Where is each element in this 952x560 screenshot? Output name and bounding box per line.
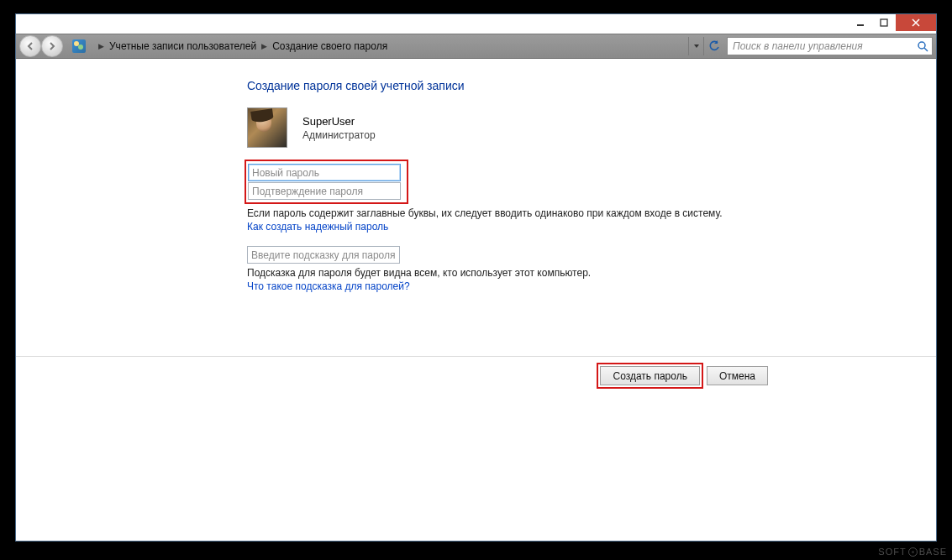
svg-line-3 (924, 48, 928, 51)
navigation-toolbar: ▶ Учетные записи пользователей ▶ Создани… (16, 34, 936, 59)
confirm-password-input[interactable] (248, 182, 401, 200)
svg-rect-0 (857, 24, 864, 26)
user-accounts-icon (71, 39, 87, 54)
forward-button[interactable] (41, 35, 63, 57)
password-hint-input[interactable] (247, 246, 400, 264)
watermark-left: SOFT (878, 547, 906, 557)
watermark-right: BASE (919, 547, 947, 557)
new-password-input[interactable] (248, 164, 401, 181)
svg-rect-1 (881, 19, 887, 26)
footer-buttons: Создать пароль Отмена (600, 366, 768, 385)
user-info: SuperUser Администратор (247, 107, 936, 148)
avatar (247, 107, 287, 148)
chevron-right-icon: ▶ (98, 42, 104, 50)
breadcrumb-dropdown[interactable] (688, 37, 703, 55)
close-button[interactable] (896, 14, 936, 31)
user-name-label: SuperUser (302, 115, 376, 128)
user-role-label: Администратор (302, 129, 376, 141)
caps-note: Если пароль содержит заглавные буквы, их… (247, 207, 751, 219)
search-box[interactable] (727, 37, 933, 55)
breadcrumb-item-accounts[interactable]: Учетные записи пользователей (109, 40, 256, 52)
refresh-button[interactable] (703, 37, 723, 55)
breadcrumb-item-create-password[interactable]: Создание своего пароля (272, 40, 387, 52)
minimize-button[interactable] (849, 14, 872, 31)
back-button[interactable] (19, 35, 41, 57)
content-area: Создание пароля своей учетной записи Sup… (16, 59, 936, 542)
watermark: SOFTBASE (878, 547, 947, 557)
search-input[interactable] (731, 39, 917, 53)
hint-note: Подсказка для пароля будет видна всем, к… (247, 267, 751, 279)
password-fields-highlight (245, 160, 408, 204)
create-password-button[interactable]: Создать пароль (600, 366, 699, 385)
search-icon[interactable] (917, 40, 928, 52)
strong-password-link[interactable]: Как создать надежный пароль (247, 221, 936, 233)
hint-help-link[interactable]: Что такое подсказка для паролей? (247, 280, 936, 292)
breadcrumb[interactable]: ▶ Учетные записи пользователей ▶ Создани… (90, 37, 688, 55)
separator (16, 356, 936, 357)
watermark-logo-icon (908, 547, 918, 557)
svg-point-2 (918, 42, 925, 49)
maximize-button[interactable] (872, 14, 896, 31)
title-bar (16, 14, 936, 34)
window-frame: ▶ Учетные записи пользователей ▶ Создани… (15, 13, 937, 542)
page-title: Создание пароля своей учетной записи (247, 79, 936, 92)
chevron-right-icon: ▶ (261, 42, 267, 50)
cancel-button[interactable]: Отмена (707, 366, 768, 385)
